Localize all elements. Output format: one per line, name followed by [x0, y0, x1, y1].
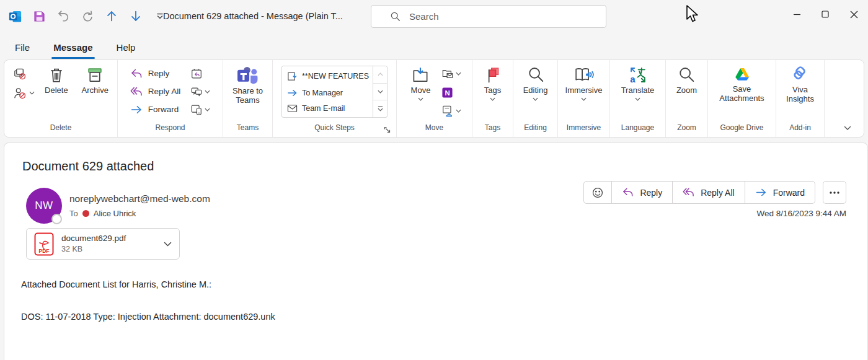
- message-body: Attached Document List for Harris, Chris…: [21, 279, 275, 323]
- ribbon-trailing-space: [825, 60, 864, 137]
- forward-icon: [130, 104, 143, 115]
- envelope-icon: [287, 104, 298, 113]
- close-button[interactable]: [839, 0, 868, 29]
- move-folder-icon: [411, 66, 430, 84]
- new-features-icon: [287, 71, 298, 82]
- quick-steps-gallery: **NEW FEATURES To Manager Team E-ma: [281, 66, 388, 118]
- body-line: DOS: 11-07-2018 Type: Injection Attachme…: [21, 311, 275, 323]
- block-sender-button[interactable]: [13, 86, 35, 100]
- quick-step-new-features[interactable]: **NEW FEATURES: [287, 71, 369, 82]
- title-bar: Document 629 attached - Message (Plain T…: [0, 0, 868, 32]
- tab-file[interactable]: File: [14, 40, 31, 55]
- quick-step-to-manager[interactable]: To Manager: [287, 89, 369, 97]
- quick-steps-scroll-down[interactable]: [373, 84, 387, 101]
- archive-icon: [86, 66, 104, 84]
- translate-icon: a: [629, 66, 647, 84]
- quick-step-label: To Manager: [302, 89, 343, 97]
- move-up-button[interactable]: [104, 9, 119, 24]
- search-input[interactable]: [409, 11, 583, 22]
- rules-button[interactable]: [441, 66, 461, 81]
- tags-button[interactable]: Tags: [480, 64, 505, 121]
- google-drive-icon: [732, 66, 752, 83]
- reply-icon: [130, 68, 143, 79]
- move-button[interactable]: Move: [407, 64, 435, 121]
- tab-message-label: Message: [53, 42, 92, 53]
- tab-message[interactable]: Message: [52, 40, 94, 55]
- message-actions-button[interactable]: [441, 103, 461, 118]
- immersive-button[interactable]: Immersive: [562, 64, 606, 121]
- message-timestamp: Wed 8/16/2023 9:44 AM: [756, 209, 846, 218]
- reply-button[interactable]: Reply: [130, 64, 181, 82]
- collapse-ribbon-button[interactable]: [844, 126, 851, 131]
- chat-reply-button[interactable]: [190, 84, 210, 99]
- archive-button[interactable]: Archive: [78, 64, 112, 121]
- quick-access-toolbar: [7, 9, 167, 24]
- sender-email[interactable]: noreplywebchart@med-web.com: [69, 193, 210, 204]
- reply-all-button-label: Reply All: [148, 87, 181, 96]
- move-down-button[interactable]: [128, 9, 143, 24]
- save-attachments-button[interactable]: Save Attachments: [711, 64, 773, 121]
- chevron-down-icon: [205, 108, 210, 112]
- ribbon-group-tags: Tags Tags: [472, 60, 513, 137]
- outlook-app-icon[interactable]: [7, 9, 22, 24]
- editing-button[interactable]: Editing: [520, 64, 552, 121]
- ribbon-group-addin: Viva Insights Add-in: [776, 60, 825, 137]
- presence-busy-icon: [82, 210, 89, 217]
- undo-button[interactable]: [56, 9, 71, 24]
- zoom-button[interactable]: Zoom: [673, 64, 701, 121]
- group-label-respond: Respond: [118, 121, 223, 137]
- viva-insights-label: Viva Insights: [783, 86, 818, 104]
- close-icon: [850, 11, 858, 19]
- delete-button[interactable]: Delete: [41, 64, 72, 121]
- tab-help-label: Help: [117, 42, 136, 53]
- quick-step-team-email[interactable]: Team E-mail: [287, 104, 369, 113]
- move-button-label: Move: [411, 86, 431, 95]
- ignore-button[interactable]: [13, 66, 35, 81]
- maximize-button[interactable]: [811, 0, 839, 29]
- teams-icon: [236, 66, 259, 85]
- forward-button[interactable]: Forward: [130, 100, 181, 118]
- message-subject: Document 629 attached: [22, 159, 154, 173]
- ribbon-group-teams: Share to Teams Teams: [223, 60, 273, 137]
- forward-action-button[interactable]: Forward: [745, 182, 815, 203]
- viva-insights-icon: [790, 66, 810, 84]
- redo-button[interactable]: [80, 9, 95, 24]
- more-actions-button[interactable]: [823, 181, 846, 204]
- ribbon-group-editing: Editing Editing: [513, 60, 558, 137]
- quick-steps-dialog-launcher[interactable]: [384, 126, 391, 134]
- quick-steps-more[interactable]: [373, 100, 387, 117]
- trash-icon: [47, 66, 66, 84]
- tab-help[interactable]: Help: [115, 40, 137, 55]
- immersive-reader-icon: [574, 66, 594, 84]
- group-label-quick-steps: Quick Steps: [273, 121, 396, 137]
- reply-all-button[interactable]: Reply All: [130, 82, 181, 100]
- save-attachments-label: Save Attachments: [715, 85, 769, 103]
- onenote-letter: N: [445, 89, 450, 96]
- quick-step-label: Team E-mail: [302, 104, 345, 113]
- send-to-onenote-button[interactable]: N: [441, 85, 461, 100]
- share-to-teams-button[interactable]: Share to Teams: [226, 64, 270, 121]
- outlook-logo-icon: [8, 9, 22, 24]
- search-box[interactable]: [371, 5, 606, 28]
- quick-steps-scroll-up[interactable]: [373, 66, 387, 84]
- share-to-teams-label: Share to Teams: [229, 87, 267, 105]
- avatar-initials: NW: [35, 200, 53, 212]
- translate-button[interactable]: a Translate: [618, 64, 658, 121]
- reply-action-button[interactable]: Reply: [611, 182, 672, 203]
- recipient-name[interactable]: Alice Uhrick: [94, 209, 136, 218]
- forward-button-label: Forward: [148, 105, 179, 114]
- attachment-dropdown-icon[interactable]: [164, 242, 172, 247]
- attachment-chip[interactable]: PDF document629.pdf 32 KB: [26, 228, 180, 260]
- minimize-button[interactable]: [782, 0, 811, 29]
- devices-icon: [190, 103, 203, 116]
- onenote-icon: N: [441, 87, 453, 99]
- ribbon-group-move: Move N: [397, 60, 472, 137]
- reply-all-action-button[interactable]: Reply All: [672, 182, 744, 203]
- share-to-phone-button[interactable]: [190, 102, 210, 117]
- viva-insights-button[interactable]: Viva Insights: [779, 64, 822, 121]
- reactions-button[interactable]: [584, 182, 611, 203]
- meeting-reply-button[interactable]: [190, 66, 210, 81]
- save-button[interactable]: [32, 9, 46, 24]
- meeting-calendar-icon: [190, 68, 203, 80]
- reply-all-icon: [683, 187, 695, 198]
